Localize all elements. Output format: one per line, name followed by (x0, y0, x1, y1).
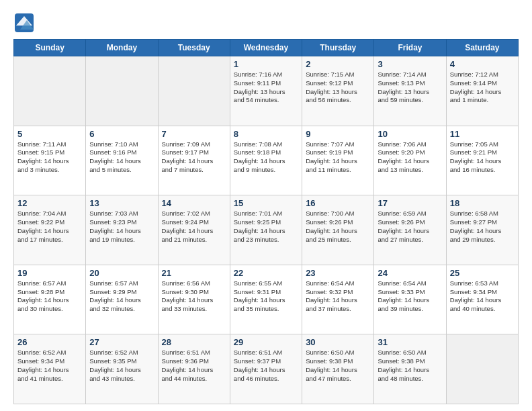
day-info: Sunrise: 7:00 AM Sunset: 9:26 PM Dayligh… (306, 210, 370, 244)
day-info: Sunrise: 6:53 AM Sunset: 9:34 PM Dayligh… (450, 279, 515, 314)
day-info: Sunrise: 6:57 AM Sunset: 9:28 PM Dayligh… (17, 279, 82, 314)
day-info: Sunrise: 7:06 AM Sunset: 9:20 PM Dayligh… (378, 140, 442, 175)
day-info: Sunrise: 7:07 AM Sunset: 9:19 PM Dayligh… (306, 140, 370, 175)
week-row-4: 19Sunrise: 6:57 AM Sunset: 9:28 PM Dayli… (14, 265, 519, 334)
day-header-sunday: Sunday (14, 40, 86, 56)
day-number: 29 (234, 337, 298, 347)
day-info: Sunrise: 6:58 AM Sunset: 9:27 PM Dayligh… (450, 210, 515, 244)
day-number: 12 (17, 198, 82, 208)
calendar-cell (86, 56, 158, 126)
calendar-cell (446, 334, 518, 404)
calendar-cell: 6Sunrise: 7:10 AM Sunset: 9:16 PM Daylig… (86, 126, 158, 195)
header (13, 12, 519, 34)
day-number: 4 (450, 59, 515, 69)
day-number: 9 (306, 129, 370, 139)
day-info: Sunrise: 7:01 AM Sunset: 9:25 PM Dayligh… (234, 210, 298, 244)
day-info: Sunrise: 7:04 AM Sunset: 9:22 PM Dayligh… (17, 210, 82, 244)
day-info: Sunrise: 7:05 AM Sunset: 9:21 PM Dayligh… (450, 140, 515, 175)
day-info: Sunrise: 6:51 AM Sunset: 9:36 PM Dayligh… (162, 349, 226, 383)
day-number: 28 (162, 337, 226, 347)
calendar: SundayMondayTuesdayWednesdayThursdayFrid… (13, 39, 519, 404)
calendar-cell: 30Sunrise: 6:50 AM Sunset: 9:38 PM Dayli… (302, 334, 374, 404)
calendar-cell: 13Sunrise: 7:03 AM Sunset: 9:23 PM Dayli… (86, 195, 158, 265)
calendar-cell: 16Sunrise: 7:00 AM Sunset: 9:26 PM Dayli… (302, 195, 374, 265)
day-number: 13 (89, 198, 154, 208)
day-number: 8 (234, 129, 298, 139)
calendar-cell: 27Sunrise: 6:52 AM Sunset: 9:35 PM Dayli… (86, 334, 158, 404)
calendar-cell: 7Sunrise: 7:09 AM Sunset: 9:17 PM Daylig… (158, 126, 230, 195)
day-info: Sunrise: 7:15 AM Sunset: 9:12 PM Dayligh… (306, 71, 370, 105)
day-number: 2 (306, 59, 370, 69)
calendar-cell: 31Sunrise: 6:50 AM Sunset: 9:38 PM Dayli… (374, 334, 446, 404)
day-info: Sunrise: 6:55 AM Sunset: 9:31 PM Dayligh… (234, 279, 298, 314)
day-number: 25 (450, 268, 515, 278)
calendar-body: 1Sunrise: 7:16 AM Sunset: 9:11 PM Daylig… (14, 56, 519, 404)
calendar-cell: 26Sunrise: 6:52 AM Sunset: 9:34 PM Dayli… (14, 334, 86, 404)
calendar-cell: 19Sunrise: 6:57 AM Sunset: 9:28 PM Dayli… (14, 265, 86, 334)
logo-icon (13, 12, 35, 34)
day-info: Sunrise: 7:12 AM Sunset: 9:14 PM Dayligh… (450, 71, 515, 105)
day-number: 1 (234, 59, 298, 69)
day-info: Sunrise: 7:02 AM Sunset: 9:24 PM Dayligh… (162, 210, 226, 244)
day-info: Sunrise: 6:50 AM Sunset: 9:38 PM Dayligh… (378, 349, 442, 383)
day-info: Sunrise: 7:08 AM Sunset: 9:18 PM Dayligh… (234, 140, 298, 175)
day-number: 30 (306, 337, 370, 347)
day-header-wednesday: Wednesday (230, 40, 302, 56)
day-info: Sunrise: 6:52 AM Sunset: 9:35 PM Dayligh… (89, 349, 154, 383)
day-info: Sunrise: 6:56 AM Sunset: 9:30 PM Dayligh… (162, 279, 226, 314)
calendar-cell: 18Sunrise: 6:58 AM Sunset: 9:27 PM Dayli… (446, 195, 518, 265)
calendar-cell: 20Sunrise: 6:57 AM Sunset: 9:29 PM Dayli… (86, 265, 158, 334)
calendar-cell (14, 56, 86, 126)
calendar-cell: 12Sunrise: 7:04 AM Sunset: 9:22 PM Dayli… (14, 195, 86, 265)
calendar-cell: 25Sunrise: 6:53 AM Sunset: 9:34 PM Dayli… (446, 265, 518, 334)
header-row: SundayMondayTuesdayWednesdayThursdayFrid… (14, 40, 519, 56)
calendar-cell (158, 56, 230, 126)
day-number: 10 (378, 129, 442, 139)
day-info: Sunrise: 6:51 AM Sunset: 9:37 PM Dayligh… (234, 349, 298, 383)
calendar-cell: 5Sunrise: 7:11 AM Sunset: 9:15 PM Daylig… (14, 126, 86, 195)
day-header-saturday: Saturday (446, 40, 518, 56)
day-number: 6 (89, 129, 154, 139)
calendar-cell: 8Sunrise: 7:08 AM Sunset: 9:18 PM Daylig… (230, 126, 302, 195)
day-info: Sunrise: 6:52 AM Sunset: 9:34 PM Dayligh… (17, 349, 82, 383)
page: SundayMondayTuesdayWednesdayThursdayFrid… (0, 0, 532, 411)
day-number: 16 (306, 198, 370, 208)
day-number: 23 (306, 268, 370, 278)
day-info: Sunrise: 6:57 AM Sunset: 9:29 PM Dayligh… (89, 279, 154, 314)
calendar-cell: 4Sunrise: 7:12 AM Sunset: 9:14 PM Daylig… (446, 56, 518, 126)
week-row-3: 12Sunrise: 7:04 AM Sunset: 9:22 PM Dayli… (14, 195, 519, 265)
day-number: 21 (162, 268, 226, 278)
calendar-cell: 1Sunrise: 7:16 AM Sunset: 9:11 PM Daylig… (230, 56, 302, 126)
day-info: Sunrise: 7:14 AM Sunset: 9:13 PM Dayligh… (378, 71, 442, 105)
logo (13, 12, 38, 34)
calendar-cell: 14Sunrise: 7:02 AM Sunset: 9:24 PM Dayli… (158, 195, 230, 265)
day-info: Sunrise: 6:54 AM Sunset: 9:32 PM Dayligh… (306, 279, 370, 314)
day-number: 26 (17, 337, 82, 347)
day-info: Sunrise: 7:09 AM Sunset: 9:17 PM Dayligh… (162, 140, 226, 175)
day-header-friday: Friday (374, 40, 446, 56)
day-number: 22 (234, 268, 298, 278)
day-number: 31 (378, 337, 442, 347)
week-row-2: 5Sunrise: 7:11 AM Sunset: 9:15 PM Daylig… (14, 126, 519, 195)
day-number: 11 (450, 129, 515, 139)
calendar-cell: 2Sunrise: 7:15 AM Sunset: 9:12 PM Daylig… (302, 56, 374, 126)
day-info: Sunrise: 7:16 AM Sunset: 9:11 PM Dayligh… (234, 71, 298, 105)
day-number: 5 (17, 129, 82, 139)
day-number: 19 (17, 268, 82, 278)
week-row-5: 26Sunrise: 6:52 AM Sunset: 9:34 PM Dayli… (14, 334, 519, 404)
week-row-1: 1Sunrise: 7:16 AM Sunset: 9:11 PM Daylig… (14, 56, 519, 126)
day-header-thursday: Thursday (302, 40, 374, 56)
day-number: 20 (89, 268, 154, 278)
day-number: 7 (162, 129, 226, 139)
day-info: Sunrise: 7:03 AM Sunset: 9:23 PM Dayligh… (89, 210, 154, 244)
day-number: 15 (234, 198, 298, 208)
calendar-cell: 10Sunrise: 7:06 AM Sunset: 9:20 PM Dayli… (374, 126, 446, 195)
calendar-cell: 11Sunrise: 7:05 AM Sunset: 9:21 PM Dayli… (446, 126, 518, 195)
day-number: 3 (378, 59, 442, 69)
calendar-cell: 3Sunrise: 7:14 AM Sunset: 9:13 PM Daylig… (374, 56, 446, 126)
calendar-cell: 21Sunrise: 6:56 AM Sunset: 9:30 PM Dayli… (158, 265, 230, 334)
day-info: Sunrise: 7:10 AM Sunset: 9:16 PM Dayligh… (89, 140, 154, 175)
day-header-monday: Monday (86, 40, 158, 56)
calendar-cell: 24Sunrise: 6:54 AM Sunset: 9:33 PM Dayli… (374, 265, 446, 334)
day-number: 17 (378, 198, 442, 208)
